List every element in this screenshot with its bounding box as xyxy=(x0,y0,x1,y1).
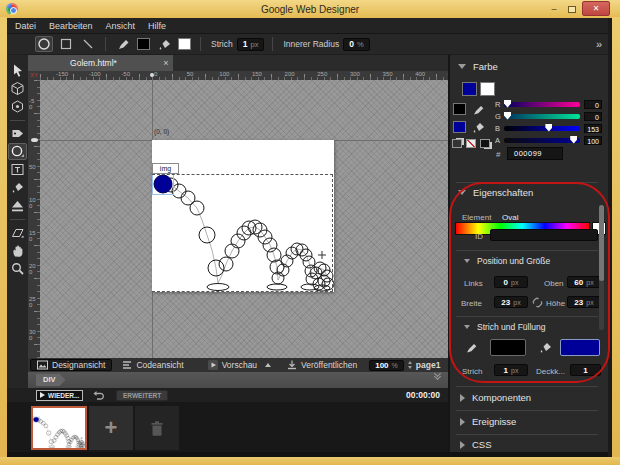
playback-button[interactable]: WIEDER... xyxy=(36,390,83,401)
breite-input[interactable]: 23 px xyxy=(494,296,528,308)
inner-radius-input[interactable]: 0 % xyxy=(343,38,369,51)
minimize-button[interactable]: – xyxy=(546,2,562,16)
play-icon xyxy=(40,392,45,398)
scrollbar-thumb[interactable] xyxy=(599,205,604,281)
menu-bearbeiten[interactable]: Bearbeiten xyxy=(49,21,93,31)
translate-3d-tool[interactable] xyxy=(8,98,27,115)
h-ruler-label: 150 xyxy=(252,71,262,77)
panel-css[interactable]: CSS xyxy=(450,439,608,450)
code-view-button[interactable]: Codeansicht xyxy=(116,359,189,371)
stroke-color-button[interactable] xyxy=(114,36,132,52)
img-element-tag: img xyxy=(152,163,179,174)
channel-a-value[interactable]: 100 xyxy=(584,136,602,145)
element-breadcrumb-bar: DIV xyxy=(28,372,448,388)
id-input[interactable] xyxy=(490,229,598,241)
ellipse-tool-selected[interactable] xyxy=(8,143,27,160)
link-dimensions-icon[interactable] xyxy=(532,297,543,308)
menu-datei[interactable]: Datei xyxy=(15,21,36,31)
trash-icon xyxy=(149,420,165,437)
gradient-tool[interactable] xyxy=(8,197,27,214)
triangle-down-icon xyxy=(464,259,470,263)
deckkraft-input[interactable]: 1 xyxy=(570,364,601,376)
hex-color-input[interactable]: 000099 xyxy=(507,147,563,160)
radius-value: 0 xyxy=(349,39,354,49)
ellipse-shape-button[interactable] xyxy=(35,36,53,52)
document-canvas[interactable]: img xyxy=(152,140,334,292)
page-stepper[interactable] xyxy=(408,361,412,369)
stroke-color-chip[interactable] xyxy=(453,103,466,115)
tag-tool[interactable] xyxy=(8,125,27,142)
tab-golem-html[interactable]: Golem.html* × xyxy=(28,55,173,71)
delete-frame-button[interactable] xyxy=(135,406,179,450)
panel-ereignisse[interactable]: Ereignisse xyxy=(450,416,608,427)
breadcrumb-div-tag[interactable]: DIV xyxy=(36,374,66,386)
element-stroke-swatch[interactable] xyxy=(490,339,526,356)
primary-color-swatch[interactable] xyxy=(462,82,477,96)
oben-input[interactable]: 60 px xyxy=(567,276,601,288)
stage-pasteboard[interactable]: (0, 0) img xyxy=(40,80,448,358)
strich-prop-input[interactable]: 1 px xyxy=(494,364,528,376)
channel-g-slider[interactable] xyxy=(504,114,580,119)
channel-b-value[interactable]: 153 xyxy=(584,124,602,133)
color-panel-header[interactable]: Farbe xyxy=(458,61,498,72)
maximize-button[interactable] xyxy=(564,2,580,16)
collapse-timeline-chevron-icon[interactable] xyxy=(435,373,440,379)
menu-ansicht[interactable]: Ansicht xyxy=(106,21,136,31)
frames-strip: + xyxy=(7,402,450,452)
hand-tool[interactable] xyxy=(8,242,27,259)
stroke-color-swatch[interactable] xyxy=(137,38,150,50)
properties-panel-header[interactable]: Eigenschaften xyxy=(458,187,533,198)
play-icon xyxy=(208,360,218,370)
channel-row-b: B 153 xyxy=(495,123,602,133)
tab-close-icon[interactable]: × xyxy=(159,58,173,68)
selection-tool[interactable] xyxy=(8,62,27,79)
channel-g-value[interactable]: 0 xyxy=(584,112,602,121)
stage-rotate-tool[interactable] xyxy=(8,224,27,241)
reset-colors-icon[interactable] xyxy=(480,139,490,148)
preview-button[interactable]: Vorschau xyxy=(202,359,263,371)
channel-r-value[interactable]: 0 xyxy=(584,100,602,109)
channel-a-slider[interactable] xyxy=(504,138,580,143)
triangle-right-icon xyxy=(460,441,465,449)
channel-b-slider[interactable] xyxy=(504,126,580,131)
add-frame-button[interactable]: + xyxy=(89,406,133,450)
design-view-button[interactable]: Designansicht xyxy=(30,359,112,371)
text-icon xyxy=(10,162,25,177)
text-tool[interactable] xyxy=(8,161,27,178)
rect-shape-button[interactable] xyxy=(57,36,75,52)
fill-tool[interactable] xyxy=(8,179,27,196)
preview-dropdown-arrow[interactable] xyxy=(265,363,271,367)
toolbar-overflow-chevron[interactable]: » xyxy=(596,38,602,50)
gradient-icon xyxy=(10,198,25,213)
line-shape-button[interactable] xyxy=(79,36,97,52)
position-size-header[interactable]: Position und Größe xyxy=(464,256,550,266)
channel-r-slider[interactable] xyxy=(504,102,580,107)
secondary-color-swatch[interactable] xyxy=(480,82,495,96)
panel-komponenten[interactable]: Komponenten xyxy=(450,392,608,403)
fill-color-button[interactable] xyxy=(155,36,173,52)
frame-thumbnail-selected[interactable] xyxy=(31,406,87,450)
strich-input[interactable]: 1 px xyxy=(237,38,265,51)
v-ruler-label: 150 xyxy=(29,231,36,242)
menu-hilfe[interactable]: Hilfe xyxy=(148,21,166,31)
element-fill-swatch[interactable] xyxy=(560,339,600,356)
swap-colors-icon[interactable] xyxy=(452,139,462,148)
publish-button[interactable]: Veröffentlichen xyxy=(281,359,363,371)
zoom-tool[interactable] xyxy=(8,260,27,277)
h-ruler-origin-dot xyxy=(150,73,154,77)
fill-color-swatch[interactable] xyxy=(178,38,191,50)
loop-icon[interactable] xyxy=(91,390,104,401)
zoom-level-input[interactable]: 100 % xyxy=(369,360,404,371)
hoehe-input[interactable]: 23 px xyxy=(567,296,601,308)
close-button[interactable]: ✕ xyxy=(582,1,610,16)
no-color-icon[interactable] xyxy=(466,139,476,148)
advanced-mode-button[interactable]: ERWEITERT xyxy=(116,390,168,401)
rotate-3d-tool[interactable] xyxy=(8,80,27,97)
links-value: 0 xyxy=(504,278,508,287)
cube-translate-icon xyxy=(10,99,25,114)
stroke-fill-header[interactable]: Strich und Füllung xyxy=(464,322,546,332)
ruler-corner: XY xyxy=(28,71,40,80)
fill-color-chip[interactable] xyxy=(453,121,466,133)
links-input[interactable]: 0 px xyxy=(494,276,528,288)
properties-scrollbar[interactable] xyxy=(599,205,604,330)
